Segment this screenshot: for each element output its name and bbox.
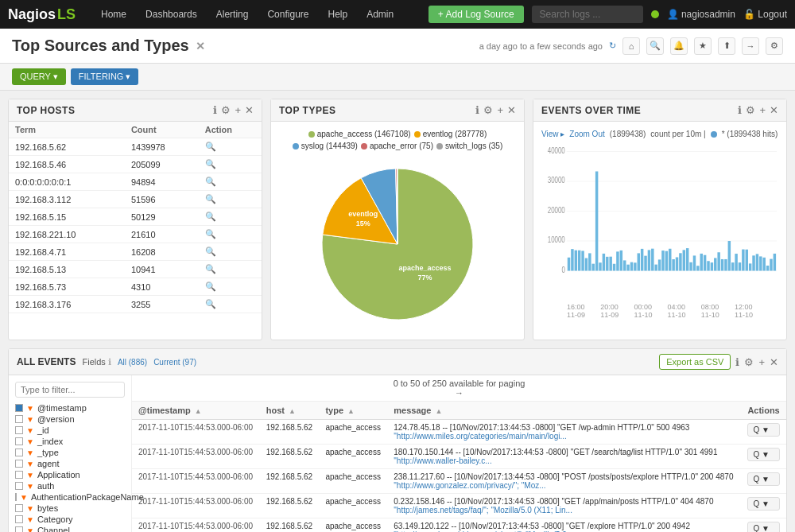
nav-logout[interactable]: 🔓 Logout bbox=[743, 9, 787, 20]
field-checkbox[interactable] bbox=[15, 493, 17, 501]
current-count[interactable]: Current (97) bbox=[153, 358, 196, 367]
home-icon[interactable]: ⌂ bbox=[622, 37, 640, 55]
info-icon[interactable]: ℹ bbox=[475, 104, 479, 116]
col-message[interactable]: message ▲ bbox=[387, 402, 741, 420]
export-icon[interactable]: ⬆ bbox=[718, 37, 735, 55]
search-icon[interactable]: 🔍 bbox=[205, 159, 216, 169]
search-icon[interactable]: 🔍 bbox=[205, 212, 216, 221]
event-message-link[interactable]: "http://james.net/tags/faq/"; "Mozilla/5… bbox=[394, 506, 572, 515]
field-item[interactable]: ▼ @version bbox=[15, 414, 125, 425]
refresh-icon[interactable]: ↻ bbox=[609, 41, 616, 51]
query-button[interactable]: QUERY ▾ bbox=[12, 68, 66, 85]
field-item[interactable]: ▼ agent bbox=[15, 458, 125, 469]
nav-alerting[interactable]: Alerting bbox=[207, 0, 258, 29]
field-checkbox[interactable] bbox=[15, 426, 23, 434]
action-button[interactable]: Q ▼ bbox=[747, 522, 780, 532]
gear-icon[interactable]: ⚙ bbox=[221, 104, 231, 116]
col-timestamp[interactable]: @timestamp ▲ bbox=[132, 402, 260, 420]
search-icon[interactable]: 🔍 bbox=[205, 299, 216, 309]
bar bbox=[578, 250, 580, 271]
zoom-out-link[interactable]: Zoom Out bbox=[569, 130, 604, 138]
field-checkbox[interactable] bbox=[15, 471, 23, 479]
field-item[interactable]: ▼ @timestamp bbox=[15, 402, 125, 414]
action-button[interactable]: Q ▼ bbox=[747, 497, 780, 511]
field-item[interactable]: ▼ auth bbox=[15, 480, 125, 491]
search-icon[interactable]: 🔍 bbox=[205, 247, 216, 256]
field-item[interactable]: ▼ _index bbox=[15, 436, 125, 447]
field-item[interactable]: ▼ Category bbox=[15, 514, 125, 525]
star-icon[interactable]: ★ bbox=[694, 37, 712, 55]
event-message-link[interactable]: "http://www.miles.org/categories/main/ma… bbox=[394, 432, 567, 441]
close-icon[interactable]: ✕ bbox=[245, 104, 254, 116]
field-item[interactable]: ▼ _id bbox=[15, 425, 125, 436]
field-checkbox[interactable] bbox=[15, 449, 23, 456]
search-icon[interactable]: 🔍 bbox=[205, 177, 216, 186]
add-log-source-button[interactable]: + Add Log Source bbox=[429, 6, 524, 23]
info-icon[interactable]: ℹ bbox=[735, 356, 739, 368]
all-count[interactable]: All (886) bbox=[118, 358, 147, 367]
action-button[interactable]: Q ▼ bbox=[747, 423, 780, 437]
field-item[interactable]: ▼ AuthenticationPackageName bbox=[15, 491, 125, 503]
pie-label: eventlog bbox=[348, 210, 378, 218]
field-checkbox[interactable] bbox=[15, 460, 23, 468]
field-item[interactable]: ▼ bytes bbox=[15, 503, 125, 514]
nav-home[interactable]: Home bbox=[91, 0, 136, 29]
nav-dashboards[interactable]: Dashboards bbox=[136, 0, 207, 29]
forward-icon[interactable]: → bbox=[742, 37, 759, 55]
field-item[interactable]: ▼ _type bbox=[15, 447, 125, 458]
bar bbox=[759, 256, 762, 270]
add-icon[interactable]: + bbox=[235, 104, 241, 116]
nav-admin[interactable]: Admin bbox=[357, 0, 403, 29]
search-icon[interactable]: 🔍 bbox=[205, 282, 216, 291]
add-icon[interactable]: + bbox=[758, 356, 765, 368]
col-host[interactable]: host ▲ bbox=[260, 402, 320, 420]
gear-icon[interactable]: ⚙ bbox=[746, 104, 755, 116]
field-filter-input[interactable] bbox=[15, 382, 125, 398]
action-button[interactable]: Q ▼ bbox=[747, 448, 780, 461]
field-item[interactable]: ▼ Application bbox=[15, 469, 125, 480]
close-icon[interactable]: ✕ bbox=[770, 356, 778, 368]
search-icon[interactable]: 🔍 bbox=[646, 37, 664, 55]
event-message: 124.78.45.18 -- [10/Nov/2017:13:44:53 -0… bbox=[387, 420, 741, 445]
field-checkbox[interactable] bbox=[15, 404, 23, 412]
search-icon[interactable]: 🔍 bbox=[205, 194, 216, 204]
gear-icon[interactable]: ⚙ bbox=[744, 356, 754, 368]
bar bbox=[704, 255, 706, 271]
search-icon[interactable]: 🔍 bbox=[205, 264, 216, 274]
export-csv-button[interactable]: Export as CSV bbox=[659, 354, 731, 370]
field-checkbox[interactable] bbox=[15, 437, 23, 445]
bell-icon[interactable]: 🔔 bbox=[670, 37, 688, 55]
search-icon[interactable]: 🔍 bbox=[205, 142, 216, 151]
legend-dot bbox=[436, 143, 443, 150]
host-term: 192.168.3.176 bbox=[9, 296, 125, 313]
nav-user[interactable]: 👤 nagiosadmin bbox=[667, 9, 735, 20]
info-icon[interactable]: ℹ bbox=[738, 104, 742, 116]
settings-icon[interactable]: ⚙ bbox=[766, 37, 783, 55]
field-item[interactable]: ▼ Channel bbox=[15, 525, 125, 532]
field-checkbox[interactable] bbox=[15, 526, 23, 532]
info-icon[interactable]: ℹ bbox=[213, 104, 217, 116]
filtering-button[interactable]: FILTERING ▾ bbox=[71, 68, 139, 85]
close-icon[interactable]: ✕ bbox=[507, 104, 516, 116]
field-checkbox[interactable] bbox=[15, 504, 23, 512]
next-page-arrow[interactable]: → bbox=[135, 388, 783, 398]
nav-help[interactable]: Help bbox=[318, 0, 357, 29]
search-input[interactable] bbox=[532, 6, 643, 23]
event-message-link[interactable]: "http://www.waller-bailey.c... bbox=[394, 456, 491, 465]
bar bbox=[676, 257, 678, 270]
page-close-icon[interactable]: ✕ bbox=[196, 40, 205, 52]
close-icon[interactable]: ✕ bbox=[770, 104, 778, 116]
bar bbox=[623, 260, 626, 270]
search-icon[interactable]: 🔍 bbox=[205, 229, 216, 239]
col-type[interactable]: type ▲ bbox=[319, 402, 387, 420]
event-message-link[interactable]: "http://www.gonzalez.com/privacy/"; "Moz… bbox=[394, 481, 545, 490]
add-icon[interactable]: + bbox=[759, 104, 766, 116]
field-checkbox[interactable] bbox=[15, 415, 23, 423]
action-button[interactable]: Q ▼ bbox=[747, 472, 780, 486]
gear-icon[interactable]: ⚙ bbox=[483, 104, 493, 116]
add-icon[interactable]: + bbox=[497, 104, 503, 116]
field-checkbox[interactable] bbox=[15, 482, 23, 490]
view-link[interactable]: View ▸ bbox=[541, 130, 564, 138]
field-checkbox[interactable] bbox=[15, 515, 23, 523]
nav-configure[interactable]: Configure bbox=[258, 0, 318, 29]
